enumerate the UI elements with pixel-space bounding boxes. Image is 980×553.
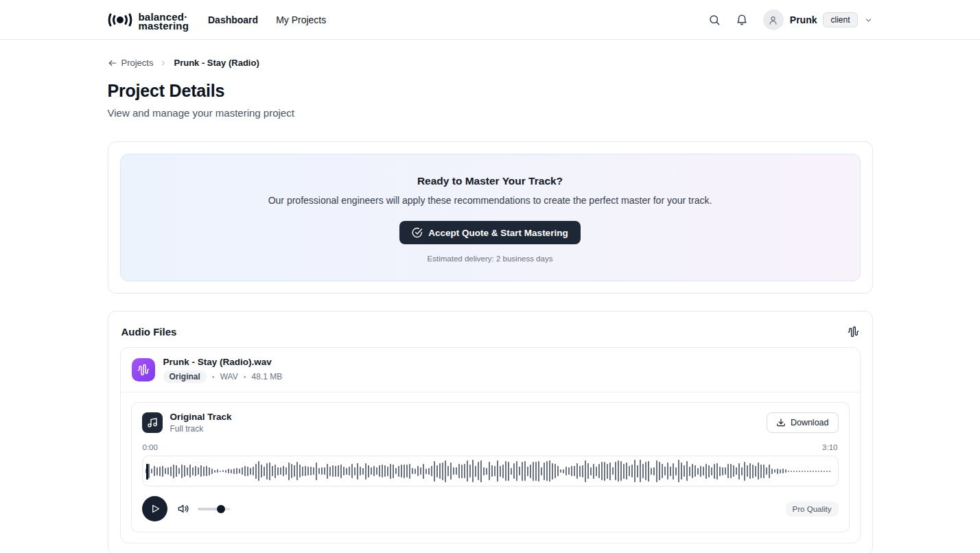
- waveform-bar: [799, 471, 800, 472]
- waveform-bar: [373, 466, 375, 476]
- waveform-bar: [450, 462, 452, 480]
- waveform-bar: [813, 471, 814, 472]
- waveform-bar: [777, 469, 778, 474]
- waveform-bar: [681, 462, 682, 480]
- volume-thumb[interactable]: [217, 505, 225, 513]
- brand-logo[interactable]: balanced. mastering: [108, 10, 189, 30]
- waveform-bar: [563, 469, 564, 473]
- waveform-bar: [612, 467, 614, 475]
- user-menu[interactable]: Prunk client: [763, 10, 873, 30]
- waveform-bar: [818, 471, 819, 472]
- waveform-bar: [264, 467, 265, 476]
- breadcrumb-current[interactable]: Prunk - Stay (Radio): [174, 58, 259, 68]
- waveform-bar: [316, 462, 317, 480]
- waveform-bar: [266, 463, 268, 480]
- role-badge: client: [823, 12, 857, 27]
- waveform-bar: [288, 462, 290, 480]
- waveform-bar: [357, 463, 358, 480]
- waveform-bar: [384, 465, 386, 477]
- waveform-bar: [730, 464, 732, 478]
- waveform-bar: [725, 467, 726, 475]
- waveform-bar: [170, 467, 172, 476]
- avatar: [763, 10, 784, 30]
- waveform-bar: [793, 471, 795, 472]
- play-button[interactable]: [142, 496, 167, 521]
- waveform-bar: [346, 468, 347, 475]
- file-name: Prunk - Stay (Radio).wav: [163, 357, 283, 367]
- breadcrumb-back-projects[interactable]: Projects: [108, 58, 154, 68]
- waveform-bar: [472, 460, 474, 482]
- notifications-bell-icon[interactable]: [736, 14, 748, 26]
- waveform-bar: [395, 468, 397, 474]
- brand-soundwave-icon: [108, 11, 132, 29]
- waveform-bar: [423, 464, 424, 479]
- waveform-bar: [788, 471, 789, 472]
- waveform-bar: [299, 464, 301, 478]
- waveform-bar: [727, 464, 729, 478]
- waveform-bar: [247, 467, 248, 476]
- waveform-bar: [645, 462, 646, 480]
- waveform-bar: [390, 464, 391, 479]
- waveform-bar: [231, 469, 232, 473]
- waveform-bar: [629, 466, 630, 476]
- waveform-bar: [365, 463, 366, 480]
- waveform-seekbar[interactable]: [142, 456, 839, 486]
- audio-files-title: Audio Files: [121, 326, 177, 338]
- waveform-bar: [203, 467, 205, 476]
- waveform-bar: [277, 467, 279, 475]
- waveform-bar: [261, 464, 262, 478]
- waveform-bar: [313, 467, 314, 475]
- volume-slider[interactable]: [198, 508, 231, 510]
- search-icon[interactable]: [708, 14, 721, 26]
- waveform-bar: [324, 467, 325, 475]
- volume-icon[interactable]: [178, 503, 189, 515]
- nav-item-dashboard[interactable]: Dashboard: [208, 14, 258, 25]
- waveform-bar: [283, 466, 284, 476]
- waveform-bar: [535, 462, 537, 481]
- cta-heading: Ready to Master Your Track?: [137, 175, 843, 187]
- duration: 3:10: [822, 443, 837, 451]
- waveform-bar: [412, 468, 413, 474]
- waveform-bar: [151, 469, 152, 473]
- waveform-bar: [824, 471, 825, 472]
- waveform-bar: [527, 467, 528, 476]
- waveform-bar: [714, 464, 715, 479]
- waveform-bar: [684, 465, 685, 477]
- waveform-bar: [338, 465, 339, 477]
- waveform-bar: [445, 460, 446, 482]
- file-row: Prunk - Stay (Radio).wav Original • WAV …: [121, 348, 860, 392]
- waveform-bar: [711, 467, 712, 475]
- waveform-bar: [497, 460, 498, 482]
- breadcrumb: Projects Prunk - Stay (Radio): [108, 58, 873, 68]
- current-time: 0:00: [143, 443, 158, 451]
- waveform-bar: [206, 466, 207, 476]
- waveform-bar: [447, 466, 449, 476]
- accept-quote-button[interactable]: Accept Quote & Start Mastering: [399, 221, 580, 244]
- waveform-bar: [557, 466, 559, 476]
- waveform-bar: [228, 469, 229, 473]
- waveform-bar: [236, 468, 237, 474]
- nav-item-my-projects[interactable]: My Projects: [276, 14, 326, 25]
- waveform-bar: [516, 461, 517, 481]
- brand-name: balanced. mastering: [139, 10, 189, 30]
- waveform-bar: [368, 465, 369, 478]
- waveform-bar: [200, 465, 202, 477]
- waveform-bar: [453, 467, 454, 475]
- waveform-bar: [415, 469, 416, 474]
- waveform-bar: [354, 467, 355, 475]
- waveform-bar: [555, 464, 556, 478]
- waveform-bar: [192, 467, 194, 475]
- waveform-bar: [214, 470, 215, 473]
- waveform-bar: [310, 467, 312, 475]
- download-button[interactable]: Download: [767, 412, 839, 433]
- waveform-bar: [590, 467, 592, 475]
- waveform-bar: [195, 466, 196, 476]
- delivery-note: Estimated delivery: 2 business days: [137, 255, 843, 263]
- waveform-bar: [258, 461, 259, 481]
- waveform-bar: [178, 468, 180, 474]
- waveform-bar: [769, 464, 770, 478]
- waveform-bar: [401, 464, 402, 478]
- waveform-bar: [582, 465, 583, 478]
- waveform-bar: [673, 463, 674, 480]
- waveform-bar: [478, 462, 479, 480]
